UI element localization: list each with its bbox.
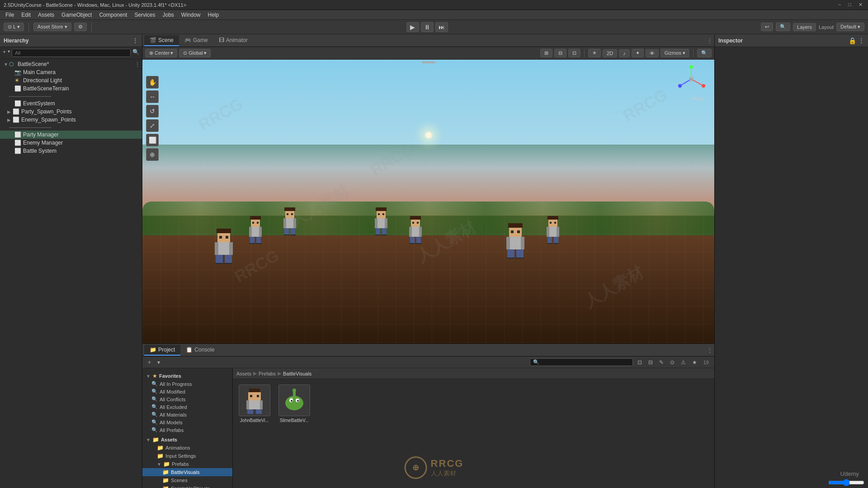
project-item-allprefabs[interactable]: 🔍 All Prefabs bbox=[142, 426, 232, 434]
bottom-icon-5[interactable]: ⚠ bbox=[679, 358, 688, 366]
bottom-icon-1[interactable]: ⊡ bbox=[636, 358, 644, 366]
account-btn[interactable]: ⊙ L ▾ bbox=[4, 23, 24, 31]
project-item-allmodified[interactable]: 🔍 All Modified bbox=[142, 388, 232, 395]
bottom-icon-4[interactable]: ⊙ bbox=[668, 358, 676, 366]
project-item-allinprogress[interactable]: 🔍 All In Progress bbox=[142, 380, 232, 388]
play-button[interactable]: ▶ bbox=[406, 22, 419, 32]
menu-services[interactable]: Services bbox=[131, 11, 159, 19]
scene-search-btn[interactable]: 🔍 bbox=[697, 49, 712, 57]
bottom-arrow-btn[interactable]: ▾ bbox=[156, 358, 162, 366]
tree-item-eventsystem[interactable]: ⬜ EventSystem bbox=[0, 99, 142, 108]
lighting-btn[interactable]: ☀ bbox=[588, 49, 601, 57]
asset-store-btn[interactable]: Asset Store ▾ bbox=[33, 23, 71, 31]
scale-tool-btn[interactable]: ⤢ bbox=[146, 119, 159, 132]
favorites-section: ▼ ★ Favorites 🔍 All In Progress 🔍 All Mo… bbox=[142, 372, 232, 434]
tree-item-partymanager[interactable]: ⬜ Party Manager bbox=[0, 131, 142, 139]
enemymanager-icon: ⬜ bbox=[14, 140, 22, 146]
hierarchy-menu-icon[interactable]: ⋮ bbox=[132, 37, 138, 44]
menu-file[interactable]: File bbox=[2, 11, 18, 19]
assets-header[interactable]: ▼ 📁 Assets bbox=[142, 436, 232, 444]
assets-label: Assets bbox=[161, 437, 177, 442]
center-btn[interactable]: ⊕ Center bbox=[145, 49, 177, 57]
search-down-icon[interactable]: ▾ bbox=[8, 49, 10, 57]
minimize-btn[interactable]: − bbox=[836, 2, 843, 8]
tree-item-enemy-spawn[interactable]: ▶ ⬜ Enemy_Spawn_Points bbox=[0, 116, 142, 124]
breadcrumb-assets[interactable]: Assets bbox=[236, 371, 251, 376]
menu-component[interactable]: Component bbox=[95, 11, 131, 19]
hierarchy-search-input[interactable] bbox=[12, 49, 131, 57]
svg-point-92 bbox=[292, 389, 296, 392]
project-item-allexcluded[interactable]: 🔍 All Excluded bbox=[142, 403, 232, 411]
rotate-tool-btn[interactable]: ↺ bbox=[146, 105, 159, 117]
tab-scene[interactable]: 🎬 Scene bbox=[144, 35, 179, 46]
tree-item-enemymanager[interactable]: ⬜ Enemy Manager bbox=[0, 139, 142, 147]
project-item-inputsettings[interactable]: 📁 Input Settings bbox=[142, 452, 232, 460]
fx-btn[interactable]: ✦ bbox=[632, 49, 644, 57]
hierarchy-search-icon[interactable]: 🔍 bbox=[132, 49, 139, 57]
layout-dropdown[interactable]: Default ▾ bbox=[836, 23, 864, 31]
tree-item-maincamera[interactable]: 📷 Main Camera bbox=[0, 68, 142, 76]
project-item-allconflicts[interactable]: 🔍 All Conflicts bbox=[142, 395, 232, 403]
project-item-allmodels[interactable]: 🔍 All Models bbox=[142, 418, 232, 426]
tree-item-battlesystem[interactable]: ⬜ Battle System bbox=[0, 147, 142, 155]
menu-assets[interactable]: Assets bbox=[34, 11, 58, 19]
battlescene-more-icon[interactable]: ⋮ bbox=[135, 61, 140, 67]
tree-item-directionallight[interactable]: ☀ Directional Light bbox=[0, 76, 142, 84]
gizmos-btn[interactable]: Gizmos ▾ bbox=[660, 49, 689, 57]
project-item-allmaterials[interactable]: 🔍 All Materials bbox=[142, 411, 232, 418]
maximize-btn[interactable]: □ bbox=[846, 2, 853, 8]
audio-btn[interactable]: ♪ bbox=[619, 49, 630, 57]
bottom-tab-more-icon[interactable]: ⋮ bbox=[707, 347, 712, 353]
move-tool-btn[interactable]: ↔ bbox=[146, 90, 159, 103]
scene-canvas[interactable]: RRCG RRCG RRCG RRCG 人人素材 人人素材 人人素材 bbox=[142, 60, 714, 343]
search-plus-icon[interactable]: + bbox=[3, 49, 6, 57]
project-item-animations[interactable]: 📁 Animations bbox=[142, 444, 232, 452]
hand-tool-btn[interactable]: ✋ bbox=[146, 76, 159, 89]
bottom-icon-2[interactable]: ⊟ bbox=[646, 358, 655, 366]
asset-item-slimebattlev[interactable]: SlimeBattleV... bbox=[276, 383, 312, 425]
hidden-btn[interactable]: 👁 bbox=[646, 49, 659, 57]
asset-item-johnbattlevi[interactable]: JohnBattleVi... bbox=[236, 383, 273, 425]
menu-help[interactable]: Help bbox=[204, 11, 223, 19]
bottom-icon-6[interactable]: ★ bbox=[690, 358, 699, 366]
project-item-scriptableobjects[interactable]: 📁 ScriptableObjects bbox=[142, 484, 232, 488]
menu-jobs[interactable]: Jobs bbox=[159, 11, 177, 19]
search-btn[interactable]: 🔍 bbox=[776, 23, 790, 31]
inspector-lock-icon[interactable]: 🔒 bbox=[849, 37, 856, 44]
project-item-scenes[interactable]: 📁 Scenes bbox=[142, 476, 232, 484]
tab-project[interactable]: 📁 Project bbox=[144, 345, 180, 356]
project-item-battlevisuals[interactable]: 📁 BattleVisuals bbox=[142, 468, 232, 476]
asset-search-input[interactable] bbox=[539, 360, 630, 365]
tab-more-icon[interactable]: ⋮ bbox=[707, 38, 712, 44]
favorites-header[interactable]: ▼ ★ Favorites bbox=[142, 372, 232, 380]
grid-btn[interactable]: ⊞ bbox=[540, 49, 552, 57]
inspector-menu-icon[interactable]: ⋮ bbox=[858, 37, 864, 44]
bottom-icon-3[interactable]: ✎ bbox=[657, 358, 665, 366]
snap-btn[interactable]: ⊟ bbox=[554, 49, 566, 57]
project-item-prefabs[interactable]: ▼ 📁 Prefabs bbox=[142, 460, 232, 468]
bottom-add-btn[interactable]: + bbox=[146, 358, 153, 366]
allconflicts-label: All Conflicts bbox=[160, 397, 185, 402]
step-button[interactable]: ⏭ bbox=[435, 22, 448, 32]
tab-game[interactable]: 🎮 Game bbox=[179, 35, 213, 46]
transform-tool-btn[interactable]: ⊕ bbox=[146, 148, 159, 161]
menu-window[interactable]: Window bbox=[178, 11, 204, 19]
tree-item-party-spawn[interactable]: ▶ ⬜ Party_Spawn_Points bbox=[0, 108, 142, 116]
tab-console[interactable]: 📋 Console bbox=[180, 345, 220, 356]
global-btn[interactable]: ⊙ Global bbox=[179, 49, 211, 57]
tree-item-battlesceneterrain[interactable]: ⬜ BattleSceneTerrain bbox=[0, 84, 142, 93]
breadcrumb-battlevisuals[interactable]: BattleVisuals bbox=[283, 371, 311, 376]
pause-button[interactable]: ⏸ bbox=[421, 22, 434, 32]
2d-btn[interactable]: 2D bbox=[603, 49, 617, 57]
menu-gameobject[interactable]: GameObject bbox=[58, 11, 95, 19]
rect-tool-btn[interactable]: ⬜ bbox=[146, 134, 159, 146]
breadcrumb-prefabs[interactable]: Prefabs bbox=[259, 371, 276, 376]
menu-edit[interactable]: Edit bbox=[18, 11, 34, 19]
layers-dropdown[interactable]: Layers bbox=[793, 23, 816, 31]
tab-animator[interactable]: 🎞 Animator bbox=[213, 35, 253, 46]
camera-btn[interactable]: ⊡ bbox=[568, 49, 580, 57]
settings-btn[interactable]: ⚙ bbox=[74, 23, 87, 31]
close-btn[interactable]: ✕ bbox=[857, 2, 864, 8]
undo-btn[interactable]: ↩ bbox=[761, 23, 773, 31]
tree-item-battlescene[interactable]: ▼ ⬡ BattleScene* ⋮ bbox=[0, 60, 142, 68]
